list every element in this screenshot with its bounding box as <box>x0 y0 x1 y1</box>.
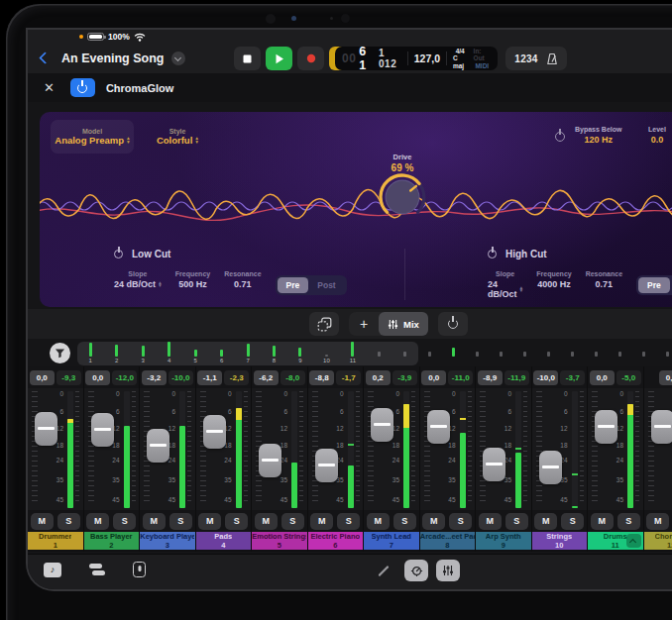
lcd-display[interactable]: 00 6 1 1 012 127,0 4/4 C maj In: Out MID… <box>335 47 498 70</box>
track-label[interactable]: Strings 10 <box>532 532 588 550</box>
back-chevron-icon[interactable] <box>39 52 52 64</box>
mute-button[interactable]: M <box>534 513 557 530</box>
overview-track[interactable]: 3 <box>130 342 156 365</box>
overview-track[interactable]: 9 <box>287 342 313 365</box>
power-icon[interactable] <box>114 250 123 258</box>
volume-readout[interactable]: 0,0 <box>85 370 110 385</box>
mixer-power-button[interactable] <box>438 312 468 336</box>
model-select[interactable]: Model Analog Preamp▴▾ <box>51 120 134 154</box>
peak-readout[interactable]: -9,3 <box>56 370 81 385</box>
overview-track-offscreen[interactable] <box>523 352 526 357</box>
solo-button[interactable]: S <box>337 513 360 530</box>
solo-button[interactable]: S <box>57 513 80 530</box>
peak-readout[interactable]: -8,0 <box>280 370 305 385</box>
high-cut-resonance[interactable]: Resonance 0.71 <box>586 270 622 289</box>
edit-button[interactable] <box>377 564 391 577</box>
track-label[interactable]: Pads 4 <box>196 532 252 550</box>
level-control[interactable]: Level 0.0 <box>648 126 666 145</box>
overview-track-offscreen[interactable] <box>500 352 503 357</box>
post-button[interactable]: Post <box>308 277 344 293</box>
mixer-view-button[interactable] <box>436 560 460 581</box>
overview-track[interactable]: 2 <box>103 342 129 365</box>
play-button[interactable] <box>266 47 292 70</box>
chevron-up-icon[interactable] <box>626 534 641 548</box>
volume-readout[interactable]: -3,2 <box>142 370 167 385</box>
track-label[interactable]: Keyboard Player 3 <box>140 532 195 550</box>
high-cut-slope[interactable]: Slope 24 dB/Oct▴▾ <box>488 270 522 299</box>
volume-readout[interactable]: -1,1 <box>197 370 222 385</box>
pre-button[interactable]: Pre <box>278 277 309 293</box>
mute-button[interactable]: M <box>86 513 109 530</box>
low-cut-resonance[interactable]: Resonance 0.71 <box>224 270 261 289</box>
track-label[interactable]: Arcade...eet Pad 8 <box>420 532 476 550</box>
peak-readout[interactable]: -5,0 <box>616 370 641 385</box>
overview-track[interactable]: 7 <box>235 342 261 365</box>
overview-track[interactable]: 11 <box>340 342 366 365</box>
fader-cap[interactable] <box>651 410 672 444</box>
marquee-select-button[interactable] <box>309 312 339 336</box>
peak-readout[interactable]: -11,0 <box>448 370 473 385</box>
peak-readout[interactable]: -12,0 <box>112 370 137 385</box>
fader-cap[interactable] <box>91 413 114 447</box>
library-button[interactable]: ♪ <box>44 563 61 577</box>
fader-cap[interactable] <box>203 415 226 449</box>
solo-button[interactable]: S <box>449 513 472 530</box>
overview-track-offscreen[interactable] <box>452 348 455 357</box>
close-icon[interactable]: ✕ <box>44 80 55 95</box>
volume-readout[interactable]: -6,2 <box>254 370 279 385</box>
peak-readout[interactable]: -10,0 <box>168 370 193 385</box>
bypass-below-control[interactable]: Bypass Below 120 Hz <box>555 126 621 145</box>
track-label[interactable]: Chorus V 12 <box>644 532 672 550</box>
mix-view-button[interactable]: Mix <box>379 312 428 336</box>
track-label[interactable]: Synth Lead 7 <box>364 532 419 550</box>
overview-track[interactable]: 8 <box>261 342 286 365</box>
record-button[interactable] <box>297 47 324 70</box>
overview-track-offscreen[interactable] <box>428 352 431 357</box>
solo-button[interactable]: S <box>561 513 584 530</box>
track-label[interactable]: Emotion Strings 5 <box>252 532 307 550</box>
count-in-button[interactable]: 1234 <box>514 53 537 64</box>
power-icon[interactable] <box>555 132 565 142</box>
volume-readout[interactable]: 0,0 <box>590 370 615 385</box>
overview-track[interactable]: 5 <box>182 342 208 365</box>
volume-readout[interactable]: -8,9 <box>478 370 503 385</box>
overview-track[interactable]: 6 <box>208 342 234 365</box>
song-title[interactable]: An Evening Song <box>61 52 164 65</box>
pre-button[interactable]: Pre <box>638 277 670 293</box>
overview-track-offscreen[interactable] <box>547 352 550 357</box>
overview-track-offscreen[interactable] <box>571 352 574 357</box>
peak-readout[interactable]: -3,7 <box>560 370 585 385</box>
mute-button[interactable]: M <box>31 513 54 530</box>
track-label[interactable]: Drummer 1 <box>28 532 83 550</box>
mute-button[interactable]: M <box>367 513 390 530</box>
filter-tracks-button[interactable] <box>50 343 70 363</box>
peak-readout[interactable]: -3,9 <box>392 370 417 385</box>
mute-button[interactable]: M <box>591 513 614 530</box>
peak-readout[interactable]: -1,7 <box>336 370 361 385</box>
volume-readout[interactable]: 0,0 <box>659 370 672 385</box>
solo-button[interactable]: S <box>393 513 416 530</box>
stop-button[interactable] <box>234 47 261 70</box>
loops-button[interactable] <box>89 563 105 576</box>
volume-readout[interactable]: -8,8 <box>309 370 334 385</box>
metronome-icon[interactable] <box>546 52 558 65</box>
mute-button[interactable]: M <box>310 513 333 530</box>
mute-button[interactable]: M <box>646 513 669 530</box>
fader-cap[interactable] <box>483 448 505 481</box>
low-cut-slope[interactable]: Slope 24 dB/Oct▴▾ <box>114 270 162 289</box>
mute-button[interactable]: M <box>479 513 502 530</box>
fader-cap[interactable] <box>595 410 617 444</box>
solo-button[interactable]: S <box>113 513 136 530</box>
fader-cap[interactable] <box>259 444 281 477</box>
solo-button[interactable]: S <box>505 513 528 530</box>
volume-readout[interactable]: -10,0 <box>533 370 558 385</box>
volume-readout[interactable]: 0,0 <box>30 370 55 385</box>
overview-track-offscreen[interactable] <box>618 352 621 357</box>
solo-button[interactable]: S <box>169 513 192 530</box>
peak-readout[interactable]: -2,3 <box>224 370 249 385</box>
peak-readout[interactable]: -11,9 <box>504 370 529 385</box>
plugins-button[interactable] <box>133 562 146 577</box>
solo-button[interactable]: S <box>281 513 304 530</box>
drive-knob[interactable] <box>379 173 426 221</box>
power-icon[interactable] <box>488 250 497 258</box>
